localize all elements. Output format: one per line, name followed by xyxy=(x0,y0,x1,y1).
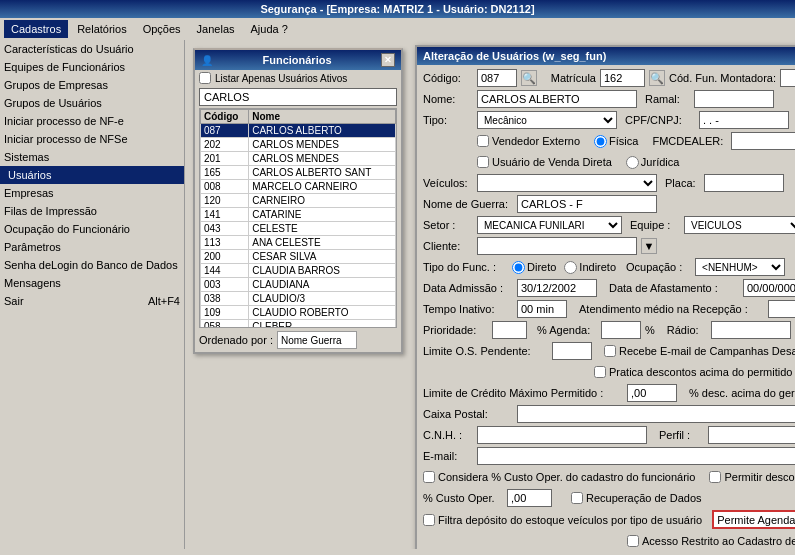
table-row[interactable]: 003CLAUDIANA xyxy=(201,278,396,292)
table-row[interactable]: 120CARNEIRO xyxy=(201,194,396,208)
matricula-search-btn[interactable]: 🔍 xyxy=(649,70,665,86)
codigo-input[interactable] xyxy=(477,69,517,87)
codigo-search-btn[interactable]: 🔍 xyxy=(521,70,537,86)
prioridade-input[interactable] xyxy=(492,321,527,339)
indireto-radio[interactable] xyxy=(564,261,577,274)
menu-cadastros[interactable]: Cadastros xyxy=(4,20,68,38)
table-row[interactable]: 141CATARINE xyxy=(201,208,396,222)
sidebar-item-sistemas[interactable]: Sistemas xyxy=(0,148,184,166)
table-row[interactable]: 038CLAUDIO/3 xyxy=(201,292,396,306)
cnh-input[interactable] xyxy=(477,426,647,444)
permite-agend-box: Permite Agendamento xyxy=(712,510,795,529)
permite-agend-label[interactable]: Permite Agendamento xyxy=(717,514,795,526)
sidebar-item-grupos-emp[interactable]: Grupos de Empresas xyxy=(0,76,184,94)
menu-ajuda[interactable]: Ajuda ? xyxy=(244,20,295,38)
limite-os-input[interactable] xyxy=(552,342,592,360)
table-row[interactable]: 165CARLOS ALBERTO SANT xyxy=(201,166,396,180)
direto-radio[interactable] xyxy=(512,261,525,274)
ordenado-input[interactable] xyxy=(277,331,357,349)
ramal-input[interactable] xyxy=(694,90,774,108)
sidebar-item-ocupacao[interactable]: Ocupação do Funcionário xyxy=(0,220,184,238)
tipo-select[interactable]: Mecânico xyxy=(477,111,617,129)
fmc-input[interactable] xyxy=(731,132,795,150)
equipe-select[interactable]: VEICULOS xyxy=(684,216,795,234)
cod-fun-input[interactable] xyxy=(780,69,795,87)
custo-pct-input[interactable] xyxy=(507,489,552,507)
table-row[interactable]: 087CARLOS ALBERTO xyxy=(201,124,396,138)
placa-input[interactable] xyxy=(704,174,784,192)
recebe-email-checkbox[interactable] xyxy=(604,345,616,357)
pratica-descontos-label[interactable]: Pratica descontos acima do permitido xyxy=(594,366,792,378)
fisica-radio[interactable] xyxy=(594,135,607,148)
caixa-postal-input[interactable] xyxy=(517,405,795,423)
func-close-btn[interactable]: ✕ xyxy=(381,53,395,67)
menu-janelas[interactable]: Janelas xyxy=(190,20,242,38)
sidebar-item-filas[interactable]: Filas de Impressão xyxy=(0,202,184,220)
sidebar-item-grupos-usr[interactable]: Grupos de Usuários xyxy=(0,94,184,112)
cliente-input[interactable] xyxy=(477,237,637,255)
table-row[interactable]: 058CLEBER xyxy=(201,320,396,329)
vendedor-checkbox[interactable] xyxy=(477,135,489,147)
pratica-descontos-checkbox[interactable] xyxy=(594,366,606,378)
radio-label: Rádio: xyxy=(667,324,707,336)
recebe-email-label[interactable]: Recebe E-mail de Campanhas Desatualizada… xyxy=(604,345,795,357)
nome-guerra-input[interactable] xyxy=(517,195,657,213)
table-row[interactable]: 202CARLOS MENDES xyxy=(201,138,396,152)
fisica-radio-label[interactable]: Física xyxy=(594,135,638,148)
considera-custo-label[interactable]: Considera % Custo Oper. do cadastro do f… xyxy=(423,471,695,483)
limite-credito-input[interactable] xyxy=(627,384,677,402)
sidebar-item-equipes[interactable]: Equipes de Funcionários xyxy=(0,58,184,76)
table-row[interactable]: 008MARCELO CARNEIRO xyxy=(201,180,396,194)
listar-ativos-checkbox[interactable] xyxy=(199,72,211,84)
cpf-input[interactable] xyxy=(699,111,789,129)
tempo-inativo-input[interactable] xyxy=(517,300,567,318)
matricula-input[interactable] xyxy=(600,69,645,87)
nome-input[interactable] xyxy=(477,90,637,108)
filtra-dep-checkbox[interactable] xyxy=(423,514,435,526)
filtra-dep-label[interactable]: Filtra depósito do estoque veículos por … xyxy=(423,514,702,526)
permitir-desc-checkbox[interactable] xyxy=(709,471,721,483)
considera-custo-checkbox[interactable] xyxy=(423,471,435,483)
table-row[interactable]: 109CLAUDIO ROBERTO xyxy=(201,306,396,320)
menu-opcoes[interactable]: Opções xyxy=(136,20,188,38)
agenda-input[interactable] xyxy=(601,321,641,339)
data-admissao-input[interactable] xyxy=(517,279,597,297)
ocupacao-select[interactable]: <NENHUM> xyxy=(695,258,785,276)
sidebar-item-senha[interactable]: Senha deLogin do Banco de Dados xyxy=(0,256,184,274)
acesso-rest-cad-label[interactable]: Acesso Restrito ao Cadastro de Material xyxy=(627,535,795,547)
menu-relatorios[interactable]: Relatórios xyxy=(70,20,134,38)
vendedor-checkbox-label[interactable]: Vendedor Externo xyxy=(477,135,580,147)
search-input[interactable] xyxy=(199,88,397,106)
table-row[interactable]: 043CELESTE xyxy=(201,222,396,236)
recuperacao-checkbox[interactable] xyxy=(571,492,583,504)
sidebar-item-nfe[interactable]: Iniciar processo de NF-e xyxy=(0,112,184,130)
juridica-radio-label[interactable]: Jurídica xyxy=(626,156,680,169)
sidebar-item-usuarios[interactable]: Usuários xyxy=(0,166,184,184)
veiculos-select[interactable] xyxy=(477,174,657,192)
sidebar-item-sair[interactable]: Sair Alt+F4 xyxy=(0,292,184,310)
email-input[interactable] xyxy=(477,447,795,465)
recuperacao-label[interactable]: Recuperação de Dados xyxy=(571,492,702,504)
sidebar-item-caracteristicas[interactable]: Características do Usuário xyxy=(0,40,184,58)
setor-select[interactable]: MECANICA FUNILARI xyxy=(477,216,622,234)
table-row[interactable]: 200CESAR SILVA xyxy=(201,250,396,264)
table-row[interactable]: 144CLAUDIA BARROS xyxy=(201,264,396,278)
atend-medio-input[interactable] xyxy=(768,300,795,318)
juridica-radio[interactable] xyxy=(626,156,639,169)
sidebar-item-empresas[interactable]: Empresas xyxy=(0,184,184,202)
table-row[interactable]: 201CARLOS MENDES xyxy=(201,152,396,166)
sidebar-item-mensagens[interactable]: Mensagens xyxy=(0,274,184,292)
indireto-label[interactable]: Indireto xyxy=(564,261,616,274)
usuario-venda-label[interactable]: Usuário de Venda Direta xyxy=(477,156,612,168)
table-row[interactable]: 113ANA CELESTE xyxy=(201,236,396,250)
usuario-venda-checkbox[interactable] xyxy=(477,156,489,168)
permitir-desc-label[interactable]: Permitir desconciliação xyxy=(709,471,795,483)
perfil-input[interactable] xyxy=(708,426,795,444)
cliente-btn[interactable]: ▼ xyxy=(641,238,657,254)
data-afast-input[interactable] xyxy=(743,279,795,297)
sidebar-item-parametros[interactable]: Parâmetros xyxy=(0,238,184,256)
acesso-rest-cad-checkbox[interactable] xyxy=(627,535,639,547)
radio-input[interactable] xyxy=(711,321,791,339)
sidebar-item-nfse[interactable]: Iniciar processo de NFSe xyxy=(0,130,184,148)
direto-label[interactable]: Direto xyxy=(512,261,556,274)
